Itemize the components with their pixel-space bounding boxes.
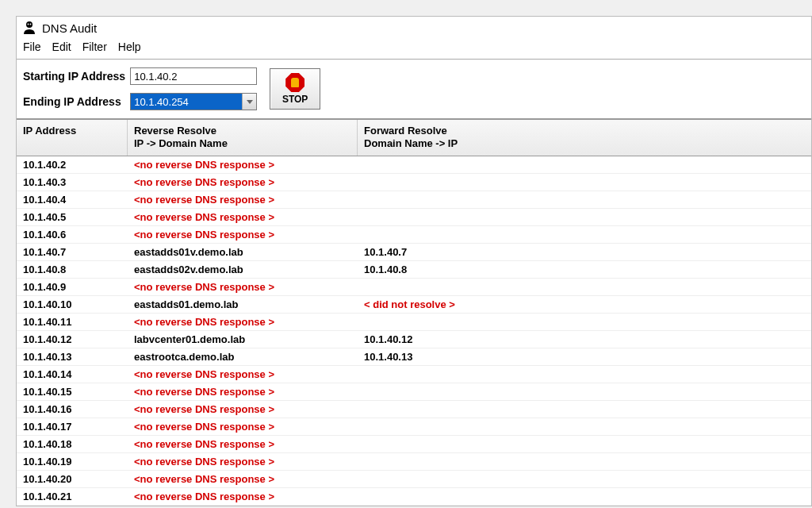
cell-ip: 10.1.40.4	[17, 191, 128, 208]
menu-file[interactable]: File	[23, 40, 41, 53]
cell-ip: 10.1.40.7	[17, 244, 128, 260]
col-forward-title: Forward Resolve	[364, 125, 447, 137]
table-row[interactable]: 10.1.40.20<no reverse DNS response >	[17, 471, 811, 488]
table-row[interactable]: 10.1.40.4<no reverse DNS response >	[17, 191, 811, 209]
cell-reverse: <no reverse DNS response >	[128, 471, 358, 487]
table-row[interactable]: 10.1.40.9<no reverse DNS response >	[17, 279, 811, 296]
cell-forward	[358, 156, 811, 173]
col-reverse-sub: IP -> Domain Name	[134, 137, 350, 150]
cell-ip: 10.1.40.19	[17, 453, 128, 470]
table-row[interactable]: 10.1.40.18<no reverse DNS response >	[17, 436, 811, 453]
starting-ip-combo[interactable]	[130, 67, 257, 85]
cell-forward	[358, 471, 811, 487]
menu-help[interactable]: Help	[118, 40, 141, 53]
table-row[interactable]: 10.1.40.12labvcenter01.demo.lab10.1.40.1…	[17, 331, 811, 348]
cell-ip: 10.1.40.18	[17, 436, 128, 452]
starting-ip-input[interactable]	[131, 68, 270, 84]
cell-forward	[358, 314, 811, 330]
cell-reverse: eastadds02v.demo.lab	[128, 261, 358, 278]
table-row[interactable]: 10.1.40.6<no reverse DNS response >	[17, 226, 811, 244]
cell-ip: 10.1.40.8	[17, 261, 128, 278]
cell-ip: 10.1.40.5	[17, 209, 128, 225]
cell-reverse: <no reverse DNS response >	[128, 314, 358, 330]
window-title: DNS Audit	[42, 21, 97, 35]
cell-reverse: labvcenter01.demo.lab	[128, 331, 358, 348]
cell-ip: 10.1.40.9	[17, 279, 128, 295]
table-row[interactable]: 10.1.40.3<no reverse DNS response >	[17, 174, 811, 191]
col-ip[interactable]: IP Address	[17, 120, 128, 156]
table-header: IP Address Reverse Resolve IP -> Domain …	[17, 120, 811, 156]
stop-button-label: STOP	[282, 94, 308, 105]
stop-button[interactable]: STOP	[270, 68, 320, 110]
table-row[interactable]: 10.1.40.21<no reverse DNS response >	[17, 488, 811, 506]
cell-ip: 10.1.40.3	[17, 174, 128, 190]
cell-forward	[358, 488, 811, 505]
svg-point-0	[26, 21, 33, 28]
cell-ip: 10.1.40.12	[17, 331, 128, 348]
cell-ip: 10.1.40.20	[17, 471, 128, 487]
table-row[interactable]: 10.1.40.10eastadds01.demo.lab< did not r…	[17, 296, 811, 314]
cell-forward	[358, 279, 811, 295]
svg-point-2	[30, 24, 32, 25]
col-reverse-title: Reverse Resolve	[134, 125, 216, 137]
cell-reverse: <no reverse DNS response >	[128, 383, 358, 400]
table-row[interactable]: 10.1.40.13eastrootca.demo.lab10.1.40.13	[17, 348, 811, 366]
table-row[interactable]: 10.1.40.14<no reverse DNS response >	[17, 366, 811, 383]
cell-ip: 10.1.40.15	[17, 383, 128, 400]
svg-point-1	[28, 24, 29, 25]
cell-reverse: <no reverse DNS response >	[128, 366, 358, 383]
app-window: DNS Audit File Edit Filter Help Starting…	[16, 16, 812, 506]
chevron-down-icon[interactable]	[242, 94, 256, 110]
cell-reverse: <no reverse DNS response >	[128, 174, 358, 190]
cell-forward: 10.1.40.8	[358, 261, 811, 278]
ending-ip-label: Ending IP Address	[23, 95, 125, 108]
menu-filter[interactable]: Filter	[82, 40, 107, 53]
cell-ip: 10.1.40.14	[17, 366, 128, 383]
menu-edit[interactable]: Edit	[52, 40, 71, 53]
col-reverse[interactable]: Reverse Resolve IP -> Domain Name	[128, 120, 358, 156]
table-body: 10.1.40.2<no reverse DNS response >10.1.…	[17, 156, 811, 506]
cell-forward	[358, 209, 811, 225]
cell-forward: 10.1.40.12	[358, 331, 811, 348]
table-row[interactable]: 10.1.40.8eastadds02v.demo.lab10.1.40.8	[17, 261, 811, 279]
app-icon	[21, 20, 37, 36]
table-row[interactable]: 10.1.40.16<no reverse DNS response >	[17, 401, 811, 418]
cell-reverse: <no reverse DNS response >	[128, 436, 358, 452]
table-row[interactable]: 10.1.40.19<no reverse DNS response >	[17, 453, 811, 471]
stop-icon	[285, 73, 304, 92]
cell-ip: 10.1.40.6	[17, 226, 128, 243]
cell-forward	[358, 366, 811, 383]
table-row[interactable]: 10.1.40.15<no reverse DNS response >	[17, 383, 811, 401]
starting-ip-label: Starting IP Address	[23, 70, 125, 83]
table-row[interactable]: 10.1.40.7eastadds01v.demo.lab10.1.40.7	[17, 244, 811, 261]
ending-ip-combo[interactable]: 10.1.40.254	[130, 93, 257, 110]
cell-reverse: <no reverse DNS response >	[128, 209, 358, 225]
cell-reverse: <no reverse DNS response >	[128, 453, 358, 470]
cell-reverse: <no reverse DNS response >	[128, 191, 358, 208]
table-row[interactable]: 10.1.40.11<no reverse DNS response >	[17, 314, 811, 331]
cell-ip: 10.1.40.21	[17, 488, 128, 505]
cell-forward: 10.1.40.13	[358, 348, 811, 365]
table-row[interactable]: 10.1.40.17<no reverse DNS response >	[17, 418, 811, 436]
cell-ip: 10.1.40.11	[17, 314, 128, 330]
col-forward[interactable]: Forward Resolve Domain Name -> IP	[358, 120, 811, 156]
titlebar: DNS Audit	[17, 17, 811, 39]
cell-ip: 10.1.40.13	[17, 348, 128, 365]
ending-ip-input[interactable]: 10.1.40.254	[131, 94, 242, 110]
table-row[interactable]: 10.1.40.2<no reverse DNS response >	[17, 156, 811, 174]
cell-forward: 10.1.40.7	[358, 244, 811, 260]
cell-reverse: <no reverse DNS response >	[128, 488, 358, 505]
cell-reverse: <no reverse DNS response >	[128, 156, 358, 173]
cell-reverse: eastrootca.demo.lab	[128, 348, 358, 365]
ip-range-fields: Starting IP Address Ending IP Address 10…	[23, 66, 257, 112]
cell-forward	[358, 453, 811, 470]
cell-reverse: <no reverse DNS response >	[128, 279, 358, 295]
col-ip-label: IP Address	[23, 125, 76, 137]
cell-ip: 10.1.40.10	[17, 296, 128, 313]
cell-forward	[358, 418, 811, 435]
table-row[interactable]: 10.1.40.5<no reverse DNS response >	[17, 209, 811, 226]
results-table: IP Address Reverse Resolve IP -> Domain …	[17, 120, 811, 506]
cell-reverse: <no reverse DNS response >	[128, 226, 358, 243]
cell-forward	[358, 401, 811, 418]
cell-reverse: eastadds01.demo.lab	[128, 296, 358, 313]
